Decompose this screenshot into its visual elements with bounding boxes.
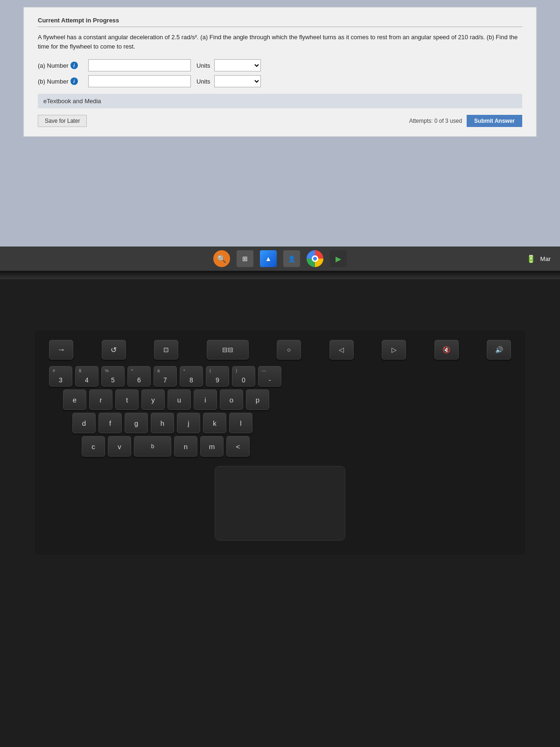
hinge-bar: [0, 271, 560, 279]
screenshot-sym: ⊡: [163, 346, 169, 353]
key-3-lower: 3: [59, 376, 63, 384]
key-l[interactable]: l: [229, 413, 252, 433]
files-taskbar-icon[interactable]: ⊞: [237, 250, 253, 267]
key-5-lower: 5: [111, 376, 115, 384]
key-5-upper: %: [105, 368, 109, 373]
trackpad[interactable]: [215, 466, 345, 541]
key-y[interactable]: y: [141, 389, 165, 410]
submit-answer-button[interactable]: Submit Answer: [467, 115, 522, 127]
mute-key[interactable]: 🔇: [434, 340, 459, 359]
number-input-a[interactable]: [88, 59, 191, 71]
key-b[interactable]: b: [134, 436, 171, 457]
key-t-label: t: [126, 396, 128, 404]
key-c-label: c: [91, 443, 95, 451]
notes-taskbar-icon[interactable]: ▲: [260, 250, 277, 267]
key-n-label: n: [184, 443, 188, 451]
key-u-label: u: [177, 396, 181, 404]
refresh-sym: ↺: [111, 345, 117, 354]
keyboard-container: → ↺ ⊡ ⊟⊟ ○ ◁ ▷: [35, 331, 525, 555]
key-m-label: m: [209, 443, 215, 451]
key-4-upper: $: [79, 368, 81, 373]
current-attempt-header: Current Attempt in Progress: [38, 17, 522, 27]
number-row: # 3 $ 4 % 5 ^ 6 & 7 * 8: [49, 366, 511, 387]
special-keys-row: → ↺ ⊡ ⊟⊟ ○ ◁ ▷: [49, 340, 511, 359]
key-dash-upper: —: [262, 368, 266, 373]
brightness-down-key[interactable]: ◁: [329, 340, 354, 359]
bright-dn-sym: ◁: [339, 346, 344, 353]
key-d[interactable]: d: [72, 413, 96, 433]
key-h[interactable]: h: [151, 413, 174, 433]
etextbook-bar[interactable]: eTextbook and Media: [38, 94, 522, 108]
circle-key[interactable]: ○: [277, 340, 301, 359]
brightness-up-key[interactable]: ▷: [382, 340, 406, 359]
key-0[interactable]: ) 0: [232, 366, 255, 387]
key-l-label: l: [240, 419, 241, 427]
bright-up-sym: ▷: [392, 346, 397, 353]
key-5[interactable]: % 5: [101, 366, 125, 387]
info-icon-a[interactable]: i: [70, 62, 78, 69]
key-m[interactable]: m: [200, 436, 224, 457]
screenshot-key[interactable]: ⊡: [154, 340, 178, 359]
taskbar-user: Mar: [540, 255, 551, 262]
number-input-b[interactable]: [88, 75, 191, 87]
volume-key[interactable]: 🔊: [487, 340, 511, 359]
bottom-actions: Save for Later Attempts: 0 of 3 used Sub…: [38, 115, 522, 127]
chrome-dot: [313, 257, 317, 261]
key-e[interactable]: e: [63, 389, 86, 410]
keyboard-area: → ↺ ⊡ ⊟⊟ ○ ◁ ▷: [0, 279, 560, 747]
attempts-area: Attempts: 0 of 3 used Submit Answer: [409, 115, 522, 127]
key-dash[interactable]: — -: [258, 366, 281, 387]
key-t[interactable]: t: [115, 389, 139, 410]
key-i-label: i: [204, 396, 206, 404]
key-0-lower: 0: [242, 376, 245, 384]
key-p[interactable]: p: [246, 389, 269, 410]
key-h-label: h: [161, 419, 164, 427]
key-r-label: r: [100, 396, 102, 404]
mute-sym: 🔇: [442, 346, 450, 353]
key-f-label: f: [109, 419, 111, 427]
key-0-upper: ): [236, 368, 237, 373]
key-9[interactable]: ( 9: [206, 366, 229, 387]
connect-sym: 👤: [288, 255, 295, 262]
units-select-b[interactable]: s min rad/s: [214, 75, 261, 87]
top-alpha-row: e r t y u i o p: [63, 389, 511, 410]
units-select-a[interactable]: rad deg rev: [214, 59, 261, 71]
key-4[interactable]: $ 4: [75, 366, 98, 387]
search-taskbar-icon[interactable]: 🔍: [213, 250, 230, 267]
input-row-a: (a) Number i Units rad deg rev: [38, 59, 522, 71]
chrome-taskbar-icon[interactable]: [307, 250, 323, 267]
key-j-label: j: [188, 419, 189, 427]
save-for-later-button[interactable]: Save for Later: [38, 115, 87, 127]
key-f[interactable]: f: [98, 413, 122, 433]
key-o[interactable]: o: [220, 389, 243, 410]
key-c[interactable]: c: [82, 436, 105, 457]
key-k[interactable]: k: [203, 413, 226, 433]
key-3[interactable]: # 3: [49, 366, 72, 387]
key-v[interactable]: v: [108, 436, 131, 457]
key-b-label: b: [151, 443, 154, 450]
units-label-b: Units: [196, 78, 210, 85]
arrow-right-key[interactable]: →: [49, 340, 73, 359]
info-icon-b[interactable]: i: [70, 78, 78, 85]
refresh-key[interactable]: ↺: [102, 340, 126, 359]
key-d-label: d: [82, 419, 86, 427]
key-r[interactable]: r: [89, 389, 112, 410]
key-g-label: g: [134, 419, 138, 427]
key-8-lower: 8: [189, 376, 193, 384]
browser-content: Current Attempt in Progress A flywheel h…: [23, 7, 537, 137]
key-n[interactable]: n: [174, 436, 197, 457]
key-comma[interactable]: <: [226, 436, 250, 457]
key-u[interactable]: u: [168, 389, 191, 410]
key-7-lower: 7: [163, 376, 167, 384]
taskbar-icons: 🔍 ⊞ ▲ 👤 ▶: [213, 250, 347, 267]
bot-alpha-row: c v b n m <: [82, 436, 511, 457]
key-g[interactable]: g: [125, 413, 148, 433]
play-taskbar-icon[interactable]: ▶: [330, 250, 347, 267]
key-8[interactable]: * 8: [180, 366, 203, 387]
key-j[interactable]: j: [177, 413, 200, 433]
connect-taskbar-icon[interactable]: 👤: [283, 250, 300, 267]
multiwindow-key[interactable]: ⊟⊟: [207, 340, 249, 359]
key-7[interactable]: & 7: [154, 366, 177, 387]
key-6[interactable]: ^ 6: [127, 366, 151, 387]
key-i[interactable]: i: [194, 389, 217, 410]
